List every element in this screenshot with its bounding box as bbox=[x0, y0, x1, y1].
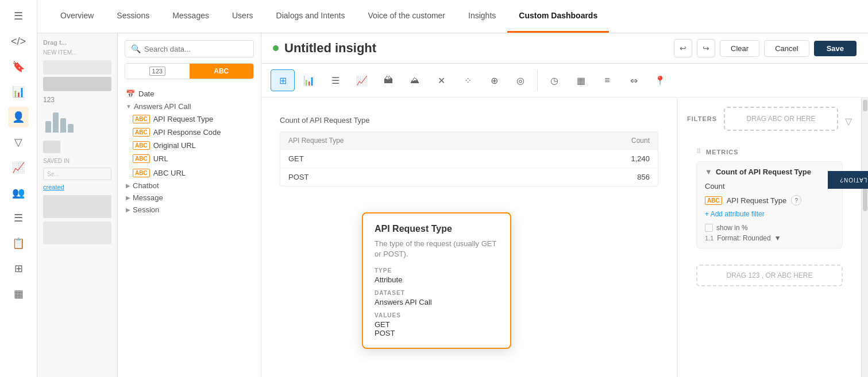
data-item-original-url[interactable]: ABC Original URL bbox=[125, 139, 254, 152]
tooltip-description: The type of the request (usually GET or … bbox=[375, 239, 499, 259]
metrics-label: METRICS bbox=[706, 149, 739, 156]
sidebar-icons: ☰ </> 🔖 📊 👤 ▽ 📈 👥 ☰ 📋 ⊞ ▦ bbox=[0, 0, 37, 377]
divider-1 bbox=[537, 69, 538, 91]
sidebar-icon-graph[interactable]: 📈 bbox=[8, 157, 29, 178]
chart-icon-line[interactable]: 📈 bbox=[350, 69, 374, 91]
chart-icon-area[interactable]: 🏔 bbox=[376, 69, 400, 91]
chart-icon-stacked[interactable]: ☰ bbox=[323, 69, 348, 91]
abc-tag-3: ABC bbox=[133, 141, 150, 150]
search-input[interactable] bbox=[144, 45, 248, 53]
chart-icon-map[interactable]: 📍 bbox=[648, 69, 672, 91]
data-item-abc-url[interactable]: ABC ABC URL bbox=[125, 166, 254, 180]
search-box[interactable]: 🔍 bbox=[125, 40, 254, 57]
metric-row-count: Count bbox=[705, 180, 834, 193]
chart-viz: Count of API Request Type API Request Ty… bbox=[271, 107, 668, 196]
clear-button[interactable]: Clear bbox=[720, 40, 759, 57]
main-content: Overview Sessions Messages Users Dialogs… bbox=[37, 0, 868, 377]
sidebar-icon-menu[interactable]: ☰ bbox=[8, 6, 29, 26]
body-area: Drag t... NEW ITEM... 123 SAVED IN bbox=[37, 33, 868, 377]
chart-icon-bar[interactable]: 📊 bbox=[297, 69, 321, 91]
translation-banner[interactable]: N TRANSLATION? bbox=[828, 171, 868, 189]
type-numeric-btn[interactable]: 123 bbox=[125, 64, 190, 79]
data-item-url[interactable]: ABC URL bbox=[125, 152, 254, 165]
sidebar-icon-code[interactable]: </> bbox=[8, 31, 29, 52]
data-group-message[interactable]: ▶ Message bbox=[125, 192, 254, 204]
filter-drop-zone[interactable]: DRAG ABC OR HERE bbox=[724, 107, 838, 131]
insight-name[interactable]: Untitled insight bbox=[284, 41, 376, 56]
type-abc-btn[interactable]: ABC bbox=[190, 64, 254, 79]
undo-button[interactable]: ↩ bbox=[674, 39, 692, 57]
group-label-session: Session bbox=[133, 205, 159, 214]
nav-dialogs[interactable]: Dialogs and Intents bbox=[265, 0, 357, 33]
chart-icon-heatmap[interactable]: ▦ bbox=[569, 69, 593, 91]
sidebar-icon-chart[interactable]: 📊 bbox=[8, 81, 29, 102]
abc-url-label: ABC URL bbox=[153, 169, 186, 177]
chart-icon-trend[interactable]: ⛰ bbox=[403, 69, 427, 91]
scrollbar[interactable] bbox=[861, 98, 868, 377]
sidebar-icon-list[interactable]: ☰ bbox=[8, 208, 29, 228]
sidebar-icon-grid[interactable]: ⊞ bbox=[8, 258, 29, 279]
search-icon: 🔍 bbox=[131, 44, 141, 53]
created-link[interactable]: created bbox=[43, 184, 111, 191]
chevron-right-icon-3: ▶ bbox=[126, 207, 130, 213]
nav-users[interactable]: Users bbox=[221, 0, 265, 33]
group-label-answers: Answers API Call bbox=[134, 102, 191, 111]
format-label: Format: Rounded bbox=[717, 234, 770, 242]
data-group-chatbot[interactable]: ▶ Chatbot bbox=[125, 180, 254, 192]
sidebar-icon-filter[interactable]: ▽ bbox=[8, 132, 29, 153]
chart-icon-pivot[interactable]: ⇔ bbox=[622, 69, 646, 91]
chart-icon-gauge[interactable]: ◷ bbox=[542, 69, 566, 91]
data-group-session[interactable]: ▶ Session bbox=[125, 204, 254, 216]
format-chevron[interactable]: ▼ bbox=[774, 234, 781, 242]
data-item-api-request-type[interactable]: ABC API Request Type bbox=[125, 112, 254, 126]
chart-icon-x[interactable]: ✕ bbox=[429, 69, 453, 91]
chevron-down-icon: ▼ bbox=[126, 103, 132, 110]
nav-overview[interactable]: Overview bbox=[49, 0, 105, 33]
left-panel-item-1 bbox=[43, 60, 111, 75]
data-item-api-response-code[interactable]: ABC API Response Code bbox=[125, 126, 254, 139]
sidebar-icon-people[interactable]: 👤 bbox=[8, 107, 29, 127]
sidebar-icon-history[interactable]: 📋 bbox=[8, 233, 29, 254]
chart-icon-scatter[interactable]: ⁘ bbox=[456, 69, 480, 91]
sidebar-icon-barchart[interactable]: ▦ bbox=[8, 283, 29, 304]
chart-icon-list[interactable]: ≡ bbox=[595, 69, 619, 91]
filters-label: FILTERS bbox=[687, 115, 717, 122]
show-percent: show in % bbox=[705, 224, 834, 232]
left-panel-item-2 bbox=[43, 77, 111, 91]
help-icon[interactable]: ? bbox=[791, 195, 801, 205]
scrollbar-up[interactable] bbox=[863, 100, 867, 111]
data-group-answers-api[interactable]: ▼ Answers API Call bbox=[125, 100, 254, 112]
chart-icon-table[interactable]: ⊞ bbox=[271, 69, 295, 91]
filter-icon[interactable]: ▽ bbox=[845, 116, 852, 127]
cancel-button[interactable]: Cancel bbox=[764, 40, 809, 57]
nav-custom-dashboards[interactable]: Custom Dashboards bbox=[507, 0, 609, 33]
sidebar-icon-users2[interactable]: 👥 bbox=[8, 182, 29, 203]
tooltip-dataset-value: Answers API Call bbox=[375, 298, 499, 306]
chevron-right-icon-2: ▶ bbox=[126, 195, 130, 201]
chart-controls: ⊞ 📊 ☰ 📈 🏔 ⛰ ✕ ⁘ ⊕ ◎ ◷ ▦ ≡ ⇔ 📍 bbox=[261, 64, 868, 98]
original-url-label: Original URL bbox=[153, 141, 196, 150]
filters-row: FILTERS DRAG ABC OR HERE ▽ bbox=[687, 107, 852, 135]
save-button[interactable]: Save bbox=[814, 41, 857, 56]
nav-messages[interactable]: Messages bbox=[161, 0, 221, 33]
metric-abc-tag: ABC bbox=[705, 196, 722, 205]
nav-voice[interactable]: Voice of the customer bbox=[356, 0, 457, 33]
redo-button[interactable]: ↪ bbox=[697, 39, 715, 57]
metric-toggle[interactable]: ▼ bbox=[705, 168, 712, 176]
drag-zone-bottom[interactable]: DRAG 123 , OR ABC HERE bbox=[696, 265, 843, 286]
nav-sessions[interactable]: Sessions bbox=[105, 0, 161, 33]
scrollbar-thumb[interactable] bbox=[863, 188, 867, 211]
chart-icon-donut[interactable]: ◎ bbox=[508, 69, 533, 91]
chart-icon-bubble[interactable]: ⊕ bbox=[482, 69, 506, 91]
data-item-date[interactable]: 📅 Date bbox=[125, 87, 254, 100]
add-filter-label: + Add attribute filter bbox=[705, 210, 765, 218]
data-panel: 🔍 123 ABC 📅 Date ▼ Answers AP bbox=[118, 33, 261, 377]
add-filter[interactable]: + Add attribute filter bbox=[705, 208, 834, 220]
nav-insights[interactable]: Insights bbox=[457, 0, 507, 33]
show-percent-checkbox[interactable] bbox=[705, 224, 713, 232]
sidebar-icon-bookmark[interactable]: 🔖 bbox=[8, 56, 29, 77]
new-items-label: NEW ITEM... bbox=[43, 49, 111, 56]
top-nav: Overview Sessions Messages Users Dialogs… bbox=[37, 0, 868, 33]
abc-tag-4: ABC bbox=[133, 154, 150, 163]
chart-table: API Request Type Count GET1,240 POST856 bbox=[280, 131, 658, 186]
